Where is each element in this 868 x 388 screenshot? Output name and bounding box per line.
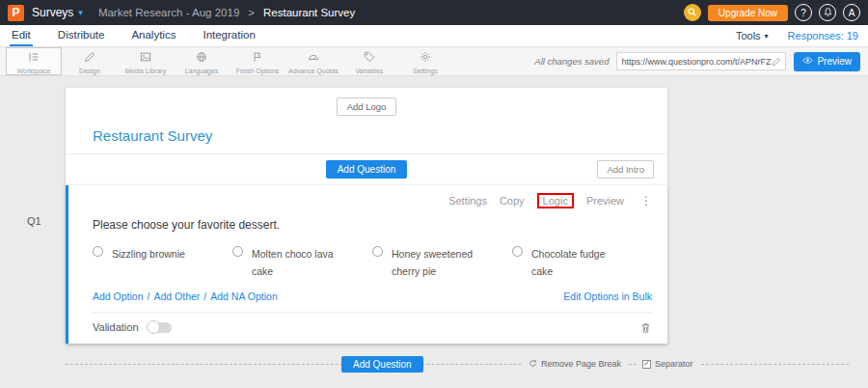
question-text[interactable]: Please choose your favorite dessert.: [93, 218, 652, 232]
radio-icon[interactable]: [232, 246, 243, 257]
notifications-button[interactable]: [819, 4, 836, 21]
editor-canvas: Q1 Add Logo Restaurant Survey Add Questi…: [0, 76, 868, 388]
avatar[interactable]: A: [843, 4, 860, 21]
toolbar-item-label: Advance Quotas: [288, 68, 339, 74]
delete-question-button[interactable]: [639, 321, 652, 334]
toolbar-item-variables[interactable]: Variables: [341, 47, 397, 75]
toolbar-item-design[interactable]: Design: [62, 47, 118, 75]
chevron-down-icon: ▾: [78, 8, 83, 17]
toolbar-item-label: Design: [79, 68, 100, 74]
toolbar-item-workspace[interactable]: Workspace: [6, 47, 62, 75]
separator-label: Separator: [655, 359, 693, 369]
add-question-button[interactable]: Add Question: [326, 160, 408, 179]
option-label: Molten choco lava cake: [252, 245, 344, 281]
breadcrumb-current: Restaurant Survey: [263, 7, 355, 18]
toolbar-item-settings[interactable]: Settings: [397, 47, 453, 75]
page-break-controls: Remove Page Break ✓ Separator: [523, 357, 699, 371]
toolbar-item-finish-options[interactable]: Finish Options: [230, 47, 285, 75]
add-other-link[interactable]: Add Other: [153, 291, 200, 302]
upgrade-now-button[interactable]: Upgrade Now: [708, 5, 788, 21]
logo-row: Add Logo: [66, 88, 667, 116]
toolbar-item-label: Variables: [356, 68, 384, 74]
workspace-icon: [28, 49, 40, 67]
question-actions: Settings Copy Logic Preview ⋮: [93, 193, 652, 208]
variables-icon: [364, 49, 375, 67]
main-nav: Edit Distribute Analytics Integration To…: [0, 25, 868, 47]
edit-url-icon[interactable]: [772, 57, 781, 67]
answer-options: Sizzling brownie Molten choco lava cake …: [93, 245, 652, 281]
tools-menu[interactable]: Tools ▾: [736, 30, 769, 42]
add-logo-button[interactable]: Add Logo: [337, 97, 397, 116]
validation-toggle[interactable]: [148, 322, 172, 333]
remove-page-break-button[interactable]: Remove Page Break: [523, 357, 627, 371]
tab-edit[interactable]: Edit: [10, 25, 33, 46]
surveys-label: Surveys: [32, 6, 73, 19]
checkbox-icon: ✓: [642, 360, 651, 369]
option-label: Chocolate fudge cake: [531, 245, 624, 281]
breadcrumb-separator: >: [248, 7, 255, 18]
breadcrumb: Market Research - Aug 2019 > Restaurant …: [98, 7, 355, 18]
settings-icon: [420, 49, 431, 67]
preview-button[interactable]: Preview: [794, 52, 860, 71]
surveys-menu[interactable]: Surveys ▾: [32, 6, 83, 19]
add-intro-button[interactable]: Add Intro: [597, 160, 654, 179]
toolbar-item-label: Finish Options: [236, 68, 280, 74]
option-label: Sizzling brownie: [112, 245, 185, 281]
toggle-knob: [147, 320, 160, 334]
eye-icon: [802, 55, 813, 68]
question-preview-link[interactable]: Preview: [586, 195, 624, 207]
radio-icon[interactable]: [512, 246, 523, 257]
advance-quotas-icon: [308, 49, 319, 67]
slash-separator: /: [203, 291, 206, 302]
separator-checkbox[interactable]: ✓ Separator: [637, 357, 699, 371]
refresh-icon: [529, 359, 537, 370]
question-copy-link[interactable]: Copy: [500, 195, 525, 207]
toolbar-item-media-library[interactable]: Media Library: [118, 47, 174, 75]
toolbar-item-languages[interactable]: Languages: [174, 47, 230, 75]
validation-label: Validation: [93, 321, 139, 333]
answer-option[interactable]: Molten choco lava cake: [232, 245, 372, 281]
chevron-down-icon: ▾: [765, 32, 769, 41]
tools-label: Tools: [736, 30, 761, 42]
add-question-button-bottom[interactable]: Add Question: [341, 356, 423, 373]
preview-label: Preview: [817, 56, 852, 67]
responses-count[interactable]: Responses: 19: [788, 30, 858, 42]
trash-icon: [639, 321, 652, 334]
answer-option[interactable]: Sizzling brownie: [93, 245, 232, 281]
languages-icon: [196, 49, 207, 67]
toolbar-item-label: Settings: [413, 68, 437, 74]
question-logic-link[interactable]: Logic: [537, 193, 574, 208]
option-links-row: Add Option / Add Other / Add NA Option E…: [93, 291, 652, 302]
answer-option[interactable]: Honey sweetened cherry pie: [372, 245, 512, 281]
tab-distribute[interactable]: Distribute: [56, 25, 107, 46]
questionpro-logo: P: [8, 5, 24, 21]
survey-toolbar: Workspace Design Media Library Languages…: [0, 47, 868, 76]
help-button[interactable]: ?: [795, 4, 812, 21]
tab-integration[interactable]: Integration: [201, 25, 257, 46]
option-label: Honey sweetened cherry pie: [392, 245, 484, 281]
page-break-line: [66, 364, 849, 365]
edit-options-in-bulk-link[interactable]: Edit Options in Bulk: [563, 291, 652, 302]
tab-analytics[interactable]: Analytics: [129, 25, 177, 46]
media-library-icon: [140, 49, 151, 67]
remove-page-break-label: Remove Page Break: [541, 359, 621, 369]
radio-icon[interactable]: [93, 246, 103, 257]
toolbar-item-advance-quotas[interactable]: Advance Quotas: [285, 47, 341, 75]
kebab-menu-icon[interactable]: ⋮: [640, 194, 652, 208]
answer-option[interactable]: Chocolate fudge cake: [512, 245, 652, 281]
question-settings-link[interactable]: Settings: [448, 195, 487, 207]
add-option-link[interactable]: Add Option: [93, 291, 144, 302]
bell-icon: [823, 7, 833, 19]
page-break-row: Add Question Remove Page Break ✓ Separat…: [66, 356, 849, 372]
toolbar-item-label: Languages: [185, 68, 219, 74]
slash-separator: /: [148, 291, 150, 302]
survey-url-input[interactable]: [621, 57, 772, 67]
survey-url-box: [616, 52, 786, 70]
survey-title[interactable]: Restaurant Survey: [66, 116, 667, 154]
toolbar-item-label: Media Library: [125, 68, 166, 74]
add-question-row: Add Question Add Intro: [66, 154, 667, 185]
search-button[interactable]: [684, 4, 701, 21]
breadcrumb-project[interactable]: Market Research - Aug 2019: [98, 7, 239, 18]
add-na-option-link[interactable]: Add NA Option: [210, 291, 277, 302]
radio-icon[interactable]: [372, 246, 383, 257]
